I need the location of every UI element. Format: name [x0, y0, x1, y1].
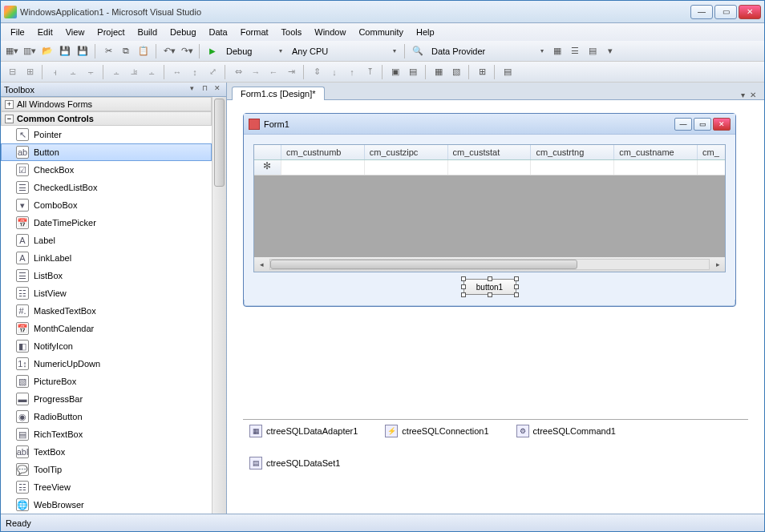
toolbox-item-checkedlistbox[interactable]: ☰CheckedListBox — [1, 179, 212, 196]
paste-button[interactable]: 📋 — [136, 43, 152, 59]
toolbox-item-picturebox[interactable]: ▧PictureBox — [1, 373, 212, 390]
toolbox-item-tooltip[interactable]: 💬ToolTip — [1, 461, 212, 478]
same-width-icon[interactable]: ↔ — [169, 64, 185, 80]
minimize-button[interactable]: — — [690, 5, 713, 19]
component-dataset[interactable]: ▤ctreeSQLDataSet1 — [249, 457, 742, 470]
find-combo[interactable]: Data Provider — [427, 46, 548, 57]
component-command[interactable]: ⚙ctreeSQLCommand1 — [516, 425, 616, 437]
toolbox-item-treeview[interactable]: ☷TreeView — [1, 478, 212, 496]
toolbox-button[interactable]: ▦ — [549, 43, 565, 59]
center-v-icon[interactable]: ▤ — [405, 64, 421, 80]
menu-tools[interactable]: Tools — [275, 26, 309, 38]
vspace-rem-icon[interactable]: ⤒ — [362, 64, 378, 80]
component-connection[interactable]: ⚡ctreeSQLConnection1 — [385, 425, 488, 437]
properties-button[interactable]: ☰ — [567, 43, 583, 59]
grid-col-3[interactable]: cm_custrtng — [531, 145, 614, 159]
toolbox-item-richtextbox[interactable]: ▤RichTextBox — [1, 425, 212, 443]
toolbox-item-linklabel[interactable]: ALinkLabel — [1, 249, 212, 267]
align-left-icon[interactable]: ⊟ — [4, 64, 20, 80]
menu-build[interactable]: Build — [132, 26, 164, 38]
menu-community[interactable]: Community — [352, 26, 410, 38]
menu-format[interactable]: Format — [234, 26, 275, 38]
toolbox-category-common[interactable]: −Common Controls — [1, 111, 212, 126]
hspace-dec-icon[interactable]: ← — [265, 64, 281, 80]
merge-cells-icon[interactable]: ▤ — [500, 64, 516, 80]
vspace-equal-icon[interactable]: ⇕ — [309, 64, 325, 80]
toolbox-item-notifyicon[interactable]: ◧NotifyIcon — [1, 337, 212, 355]
form-minimize-button[interactable]: — — [674, 118, 692, 131]
toolbox-scrollbar[interactable] — [212, 97, 226, 514]
add-item-button[interactable]: ▥▾ — [22, 43, 38, 59]
toolbox-item-maskedtextbox[interactable]: #.MaskedTextBox — [1, 302, 212, 320]
menu-edit[interactable]: Edit — [31, 26, 59, 38]
component-dataadapter[interactable]: ▦ctreeSQLDataAdapter1 — [249, 425, 358, 437]
resize-handle[interactable] — [461, 284, 466, 289]
resize-handle[interactable] — [514, 284, 519, 289]
menu-help[interactable]: Help — [410, 26, 441, 38]
resize-handle[interactable] — [514, 292, 519, 297]
form-designer-window[interactable]: Form1 — ▭ ✕ cm_custnumb cm_custzipc cm_c… — [243, 113, 736, 307]
toolbox-item-progressbar[interactable]: ▬ProgressBar — [1, 390, 212, 408]
vspace-dec-icon[interactable]: ↑ — [344, 64, 360, 80]
resize-handle[interactable] — [488, 292, 492, 297]
same-size-icon[interactable]: ⤢ — [204, 64, 221, 80]
object-browser-button[interactable]: ▤ — [585, 43, 601, 59]
align-lefts-icon[interactable]: ⫞ — [47, 64, 63, 80]
cut-button[interactable]: ✂ — [100, 43, 116, 59]
datagridview[interactable]: cm_custnumb cm_custzipc cm_custstat cm_c… — [253, 144, 726, 272]
redo-button[interactable]: ↷▾ — [179, 43, 195, 59]
resize-handle[interactable] — [488, 276, 492, 281]
tab-form-design[interactable]: Form1.cs [Design]* — [232, 87, 325, 100]
pin-icon[interactable]: ⊓ — [199, 84, 210, 95]
align-bottoms-icon[interactable]: ⫠ — [144, 64, 160, 80]
find-button[interactable]: 🔍 — [410, 43, 426, 59]
toolbox-item-pointer[interactable]: ↖Pointer — [1, 126, 212, 143]
menu-window[interactable]: Window — [308, 26, 352, 38]
menu-project[interactable]: Project — [91, 26, 131, 38]
build-config-dropdown[interactable]: Debug — [222, 46, 286, 57]
align-grid-icon[interactable]: ⊞ — [22, 64, 38, 80]
save-button[interactable]: 💾 — [57, 43, 73, 59]
start-debug-button[interactable]: ▶ — [204, 43, 221, 59]
scroll-left-icon[interactable]: ◂ — [254, 260, 269, 268]
maximize-button[interactable]: ▭ — [714, 5, 737, 19]
tab-close-icon[interactable]: ✕ — [750, 91, 756, 99]
toolbox-item-listbox[interactable]: ☰ListBox — [1, 267, 212, 284]
align-middles-icon[interactable]: ⫡ — [126, 64, 142, 80]
save-all-button[interactable]: 💾 — [75, 43, 91, 59]
align-rights-icon[interactable]: ⫟ — [83, 64, 99, 80]
vspace-inc-icon[interactable]: ↓ — [326, 64, 342, 80]
toolbox-item-listview[interactable]: ☷ListView — [1, 284, 212, 302]
open-button[interactable]: 📂 — [39, 43, 55, 59]
grid-col-2[interactable]: cm_custstat — [448, 145, 532, 159]
toolbox-item-checkbox[interactable]: ☑CheckBox — [1, 161, 212, 179]
grid-col-1[interactable]: cm_custzipc — [365, 145, 448, 159]
toolbox-item-monthcalendar[interactable]: 📅MonthCalendar — [1, 320, 212, 337]
dropdown-icon[interactable]: ▾ — [186, 84, 197, 95]
toolbox-item-datetimepicker[interactable]: 📅DateTimePicker — [1, 214, 212, 232]
toolbox-item-radiobutton[interactable]: ◉RadioButton — [1, 408, 212, 425]
toolbox-category-all[interactable]: +All Windows Forms — [1, 97, 212, 111]
toolbox-item-combobox[interactable]: ▾ComboBox — [1, 196, 212, 214]
grid-col-4[interactable]: cm_custname — [614, 145, 698, 159]
grid-new-row[interactable]: ✻ — [254, 160, 725, 175]
toolbox-item-webbrowser[interactable]: 🌐WebBrowser — [1, 496, 212, 514]
more-button[interactable]: ▾ — [602, 43, 618, 59]
tab-order-icon[interactable]: ⊞ — [474, 64, 490, 80]
same-height-icon[interactable]: ↕ — [187, 64, 203, 80]
menu-debug[interactable]: Debug — [164, 26, 202, 38]
undo-button[interactable]: ↶▾ — [161, 43, 177, 59]
menu-view[interactable]: View — [59, 26, 91, 38]
center-h-icon[interactable]: ▣ — [387, 64, 403, 80]
hspace-equal-icon[interactable]: ⇔ — [230, 64, 246, 80]
close-button[interactable]: ✕ — [739, 5, 761, 19]
resize-handle[interactable] — [461, 276, 466, 281]
form-maximize-button[interactable]: ▭ — [694, 118, 711, 131]
grid-col-5[interactable]: cm_ — [698, 145, 725, 159]
menu-data[interactable]: Data — [203, 26, 234, 38]
resize-handle[interactable] — [514, 276, 519, 281]
toolbox-item-button[interactable]: abButton — [1, 143, 212, 161]
close-panel-icon[interactable]: ✕ — [212, 84, 223, 95]
align-centers-icon[interactable]: ⫠ — [65, 64, 81, 80]
hspace-inc-icon[interactable]: → — [248, 64, 264, 80]
